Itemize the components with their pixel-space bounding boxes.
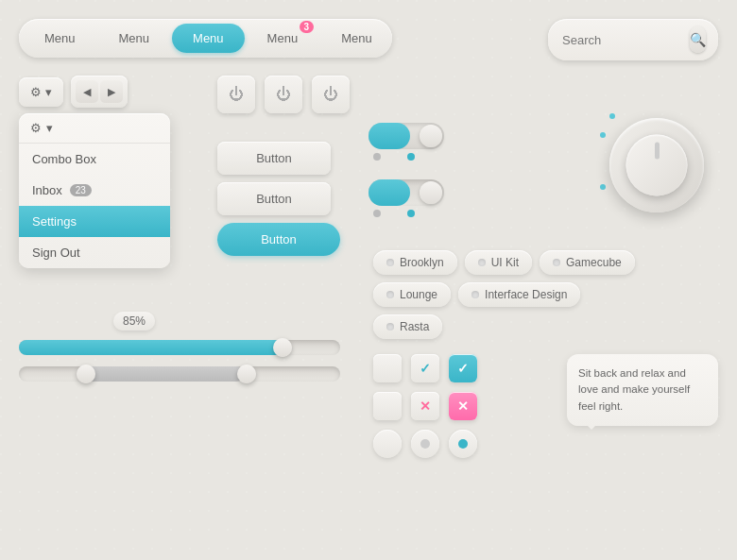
checkbox-row-2: ✕ ✕	[373, 392, 477, 420]
checkbox-checked-blue[interactable]: ✓	[411, 354, 439, 382]
toggle-fill-1	[368, 123, 410, 149]
search-bar: 🔍	[548, 19, 718, 60]
arrow-left-button[interactable]: ◀	[76, 80, 98, 103]
arrow-right-button[interactable]: ▶	[100, 80, 123, 103]
gear-button[interactable]: ⚙ ▾	[19, 77, 63, 107]
dropdown-settings[interactable]: Settings	[19, 206, 170, 237]
button-default-1[interactable]: Button	[217, 142, 331, 175]
progress-section: 85%	[19, 312, 340, 382]
radio-inner-grey	[420, 439, 430, 449]
knob-indicator	[655, 143, 660, 160]
radio-tag-uikit[interactable]: UI Kit	[465, 250, 532, 275]
radio-tag-rasta[interactable]: Rasta	[373, 314, 442, 339]
radio-circle-empty[interactable]	[373, 430, 402, 458]
checkbox-checked-blue-2[interactable]: ✓	[449, 354, 477, 382]
power-button-3[interactable]: ⏻	[312, 76, 350, 113]
dropdown-gear-icon: ⚙	[30, 121, 42, 135]
toggle-dot-on-1	[407, 153, 415, 161]
ui-container: Menu Menu Menu Menu 3 Menu 🔍 ⚙ ▾ ◀ ▶ ⚙ ▾…	[0, 0, 737, 560]
checkbox-checked-red[interactable]: ✕	[411, 392, 439, 420]
search-button[interactable]: 🔍	[690, 26, 706, 53]
arrow-group: ◀ ▶	[71, 76, 128, 108]
radio-inner-blue	[458, 439, 468, 449]
dropdown-header: ⚙ ▾	[19, 113, 170, 144]
button-group: Button Button Button	[217, 142, 340, 256]
knob-inner	[626, 135, 688, 196]
radio-dot-lounge	[386, 291, 394, 298]
toggle-dots-2	[368, 210, 444, 217]
progress-label: 85%	[113, 312, 155, 331]
checkbox-checked-red-2[interactable]: ✕	[449, 392, 477, 420]
toggle-knob-1	[420, 125, 442, 147]
radio-tags: Brooklyn UI Kit Gamecube Lounge Interfac…	[373, 250, 647, 339]
menu-item-3[interactable]: Menu	[172, 24, 245, 53]
toggle-dot-off-2	[373, 210, 381, 217]
radio-dot-gamecube	[553, 259, 560, 266]
checkbox-empty-2[interactable]	[373, 392, 402, 420]
caret-icon: ▾	[45, 85, 52, 99]
toggle-section	[368, 123, 444, 217]
checkbox-row-1: ✓ ✓	[373, 354, 477, 382]
radio-tag-gamecube[interactable]: Gamecube	[540, 250, 635, 275]
radio-dot-brooklyn	[386, 259, 394, 266]
radio-circle-filled-1[interactable]	[411, 430, 439, 458]
radio-tag-interface[interactable]: Interface Design	[458, 282, 580, 307]
power-button-2[interactable]: ⏻	[265, 76, 302, 113]
dropdown-combo-box[interactable]: Combo Box	[19, 144, 170, 175]
range-track[interactable]	[19, 366, 340, 382]
toggle-dot-on-2	[407, 210, 415, 217]
knob-dot-3	[600, 184, 606, 190]
range-handle-right[interactable]	[237, 365, 256, 383]
checkbox-empty-1[interactable]	[373, 354, 402, 382]
dropdown-menu: ⚙ ▾ Combo Box Inbox 23 Settings Sign Out	[19, 113, 170, 268]
toggle-knob-2	[420, 181, 442, 204]
checkbox-section: ✓ ✓ ✕ ✕	[373, 354, 477, 458]
progress-handle[interactable]	[273, 338, 292, 357]
power-button-1[interactable]: ⏻	[217, 76, 255, 113]
menu-bar: Menu Menu Menu Menu 3 Menu	[19, 19, 392, 58]
power-buttons: ⏻ ⏻ ⏻	[217, 76, 350, 113]
speech-bubble: Sit back and relax and love and make you…	[567, 354, 718, 426]
knob-dot-2	[600, 132, 606, 138]
menu-item-4[interactable]: Menu 3	[247, 24, 319, 53]
button-default-2[interactable]: Button	[217, 182, 331, 215]
inbox-badge: 23	[70, 184, 92, 196]
knob-dot-1	[609, 113, 615, 119]
gear-arrow-row: ⚙ ▾ ◀ ▶	[19, 76, 128, 108]
knob-section	[595, 104, 718, 227]
dropdown-caret-icon: ▾	[46, 121, 53, 135]
radio-tag-brooklyn[interactable]: Brooklyn	[373, 250, 457, 275]
checkbox-row-3	[373, 430, 477, 458]
radio-dot-rasta	[386, 323, 394, 331]
toggle-track-1[interactable]	[368, 123, 444, 149]
menu-item-2[interactable]: Menu	[98, 24, 171, 53]
knob-outer[interactable]	[609, 118, 704, 212]
dropdown-inbox[interactable]: Inbox 23	[19, 175, 170, 206]
speech-bubble-text: Sit back and relax and love and make you…	[578, 367, 690, 412]
toggle-dots-1	[368, 153, 444, 161]
button-primary[interactable]: Button	[217, 223, 340, 256]
radio-dot-interface	[471, 291, 479, 298]
progress-track[interactable]	[19, 340, 340, 355]
menu-item-5[interactable]: Menu	[320, 24, 393, 53]
radio-dot-uikit	[478, 259, 486, 266]
range-fill	[83, 366, 244, 382]
menu-badge: 3	[300, 21, 315, 33]
toggle-track-2[interactable]	[368, 179, 444, 206]
radio-tag-lounge[interactable]: Lounge	[373, 282, 451, 307]
toggle-fill-2	[368, 179, 410, 206]
radio-circle-filled-2[interactable]	[449, 430, 477, 458]
dropdown-signout[interactable]: Sign Out	[19, 237, 170, 268]
search-input[interactable]	[562, 33, 685, 47]
gear-icon: ⚙	[30, 85, 42, 99]
progress-fill	[19, 340, 283, 355]
toggle-1	[368, 123, 444, 161]
toggle-dot-off-1	[373, 153, 381, 161]
toggle-2	[368, 179, 444, 217]
menu-item-1[interactable]: Menu	[24, 24, 96, 53]
